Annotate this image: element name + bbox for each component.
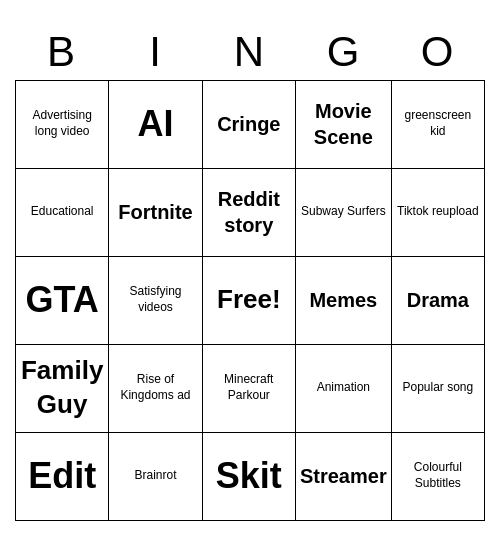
- cell-text: Free!: [217, 283, 281, 317]
- bingo-cell-1-2[interactable]: Reddit story: [203, 169, 296, 257]
- header-letter: I: [109, 24, 203, 80]
- header-letter: N: [203, 24, 297, 80]
- bingo-cell-3-1[interactable]: Rise of Kingdoms ad: [109, 345, 202, 433]
- cell-text: Streamer: [300, 463, 387, 489]
- header-letter: O: [391, 24, 485, 80]
- bingo-cell-1-0[interactable]: Educational: [16, 169, 109, 257]
- cell-text: Brainrot: [134, 468, 176, 484]
- cell-text: greenscreen kid: [396, 108, 480, 139]
- bingo-cell-4-0[interactable]: Edit: [16, 433, 109, 521]
- cell-text: Colourful Subtitles: [396, 460, 480, 491]
- cell-text: Popular song: [402, 380, 473, 396]
- cell-text: Advertising long video: [20, 108, 104, 139]
- cell-text: Tiktok reupload: [397, 204, 479, 220]
- bingo-cell-2-2[interactable]: Free!: [203, 257, 296, 345]
- bingo-cell-3-4[interactable]: Popular song: [392, 345, 485, 433]
- bingo-cell-2-1[interactable]: Satisfying videos: [109, 257, 202, 345]
- bingo-grid: Advertising long videoAICringeMovie Scen…: [15, 80, 485, 521]
- cell-text: Cringe: [217, 111, 280, 137]
- cell-text: Fortnite: [118, 199, 192, 225]
- cell-text: Educational: [31, 204, 94, 220]
- bingo-cell-0-4[interactable]: greenscreen kid: [392, 81, 485, 169]
- bingo-cell-0-0[interactable]: Advertising long video: [16, 81, 109, 169]
- bingo-cell-0-2[interactable]: Cringe: [203, 81, 296, 169]
- bingo-cell-1-1[interactable]: Fortnite: [109, 169, 202, 257]
- cell-text: Skit: [216, 453, 282, 500]
- cell-text: Drama: [407, 287, 469, 313]
- cell-text: Satisfying videos: [113, 284, 197, 315]
- cell-text: Animation: [317, 380, 370, 396]
- cell-text: Reddit story: [207, 186, 291, 238]
- cell-text: GTA: [25, 277, 98, 324]
- bingo-cell-4-1[interactable]: Brainrot: [109, 433, 202, 521]
- bingo-cell-0-1[interactable]: AI: [109, 81, 202, 169]
- bingo-cell-3-0[interactable]: Family Guy: [16, 345, 109, 433]
- cell-text: AI: [137, 101, 173, 148]
- bingo-cell-4-2[interactable]: Skit: [203, 433, 296, 521]
- header-letter: G: [297, 24, 391, 80]
- cell-text: Movie Scene: [300, 98, 387, 150]
- bingo-cell-3-2[interactable]: Minecraft Parkour: [203, 345, 296, 433]
- bingo-cell-1-4[interactable]: Tiktok reupload: [392, 169, 485, 257]
- cell-text: Subway Surfers: [301, 204, 386, 220]
- bingo-card: BINGO Advertising long videoAICringeMovi…: [15, 24, 485, 521]
- header-letter: B: [15, 24, 109, 80]
- bingo-cell-4-3[interactable]: Streamer: [296, 433, 392, 521]
- bingo-cell-0-3[interactable]: Movie Scene: [296, 81, 392, 169]
- bingo-cell-2-3[interactable]: Memes: [296, 257, 392, 345]
- cell-text: Edit: [28, 453, 96, 500]
- bingo-cell-3-3[interactable]: Animation: [296, 345, 392, 433]
- bingo-header: BINGO: [15, 24, 485, 80]
- bingo-cell-1-3[interactable]: Subway Surfers: [296, 169, 392, 257]
- bingo-cell-2-0[interactable]: GTA: [16, 257, 109, 345]
- cell-text: Minecraft Parkour: [207, 372, 291, 403]
- cell-text: Rise of Kingdoms ad: [113, 372, 197, 403]
- cell-text: Memes: [309, 287, 377, 313]
- cell-text: Family Guy: [20, 354, 104, 422]
- bingo-cell-4-4[interactable]: Colourful Subtitles: [392, 433, 485, 521]
- bingo-cell-2-4[interactable]: Drama: [392, 257, 485, 345]
